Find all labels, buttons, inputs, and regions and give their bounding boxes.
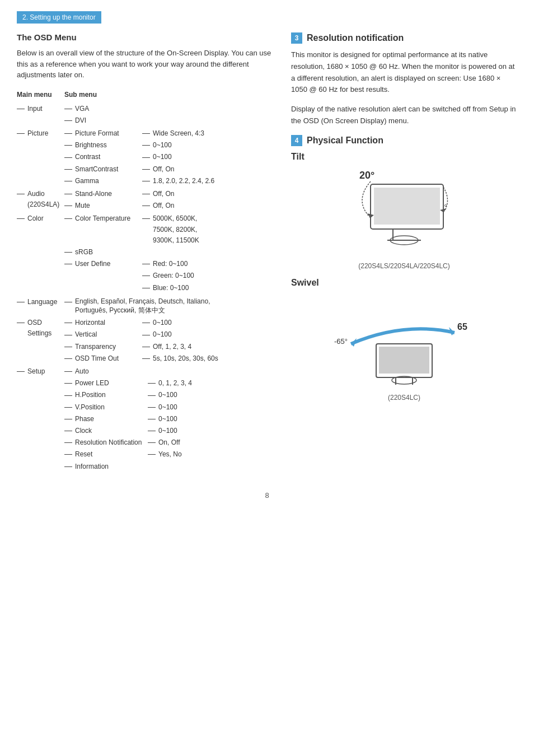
sub-user-define: User Define (75, 259, 142, 269)
tilt-title: Tilt (291, 152, 517, 162)
swivel-diagram: -65° 65 (331, 293, 477, 389)
menu-setup: Setup Auto Power LED 0, 1, 2, 3, 4 (17, 366, 274, 472)
val-osd-timeout: 5s, 10s, 20s, 30s, 60s (153, 353, 218, 364)
sub-vertical: Vertical (75, 329, 142, 340)
main-setup-label: Setup (27, 366, 45, 377)
menu-input: Input VGA DVI (17, 104, 274, 126)
svg-rect-14 (379, 347, 429, 374)
menu-osd-settings: OSD Settings Horizontal 0~100 Vertical 0… (17, 318, 274, 364)
main-audio-label: Audio(220S4LA) (27, 189, 59, 210)
menu-color: Color Color Temperature 5000K, 6500K, 75… (17, 213, 274, 294)
section-3-num: 3 (291, 32, 302, 44)
page-number: 8 (17, 491, 517, 500)
main-color-label: Color (27, 213, 44, 224)
val-power-led: 0, 1, 2, 3, 4 (158, 378, 192, 389)
sub-standalone: Stand-Alone (75, 189, 142, 199)
val-gamma: 1.8, 2.0, 2.2, 2.4, 2.6 (153, 176, 214, 186)
swivel-model: (220S4LC) (291, 394, 517, 402)
swivel-section: Swivel -65° 65 (291, 278, 517, 402)
val-standalone: Off, On (153, 189, 174, 199)
svg-text:20°: 20° (359, 170, 374, 181)
sub-transparency: Transparency (75, 342, 142, 352)
sub-contrast: Contrast (75, 152, 142, 162)
val-contrast: 0~100 (153, 152, 172, 162)
menu-audio: Audio(220S4LA) Stand-Alone Off, On Mute … (17, 189, 274, 211)
resolution-section-title: Resolution notification (307, 33, 404, 43)
header-sub: Sub menu (64, 90, 97, 100)
osd-menu-title: The OSD Menu (17, 32, 274, 42)
val-mute: Off, On (153, 200, 174, 211)
val-h-position: 0~100 (158, 390, 177, 400)
physical-section-header: 4 Physical Function (291, 135, 517, 146)
val-red: Red: 0~100 (153, 259, 188, 269)
val-reset: Yes, No (158, 449, 182, 460)
sub-information: Information (75, 461, 173, 472)
sub-language-options: English, Español, Français, Deutsch, Ita… (75, 297, 232, 316)
val-phase: 0~100 (158, 414, 177, 424)
resolution-para2: Display of the native resolution alert c… (291, 104, 517, 127)
main-osd-settings-label: OSD Settings (27, 318, 64, 339)
val-color-temp: 5000K, 6500K, 7500K, 8200K, 9300K, 11500… (153, 213, 220, 246)
sub-mute: Mute (75, 200, 142, 211)
val-smartcontrast: Off, On (153, 164, 174, 175)
sub-v-position: V.Position (75, 402, 148, 413)
osd-intro: Below is an overall view of the structur… (17, 48, 274, 81)
menu-language: Language English, Español, Français, Deu… (17, 297, 274, 316)
svg-text:-65°: -65° (334, 337, 348, 346)
main-language-label: Language (27, 297, 57, 307)
svg-text:65: 65 (457, 322, 467, 332)
val-horizontal: 0~100 (153, 318, 172, 328)
sub-auto: Auto (75, 366, 173, 377)
svg-rect-3 (374, 188, 440, 225)
sub-vga: VGA (75, 104, 89, 114)
val-brightness: 0~100 (153, 140, 172, 151)
resolution-section-header: 3 Resolution notification (291, 32, 517, 44)
tilt-section: Tilt 20° -5° (291, 152, 517, 270)
menu-picture: Picture Picture Format Wide Screen, 4:3 … (17, 128, 274, 186)
sub-resolution-notification: Resolution Notification (75, 437, 148, 448)
sub-smartcontrast: SmartContrast (75, 164, 142, 175)
val-resolution-notification: On, Off (158, 437, 180, 448)
val-clock: 0~100 (158, 426, 177, 436)
val-v-position: 0~100 (158, 402, 177, 413)
sub-osd-timeout: OSD Time Out (75, 353, 142, 364)
val-vertical: 0~100 (153, 329, 172, 340)
sub-picture-format: Picture Format (75, 128, 142, 139)
sub-h-position: H.Position (75, 390, 148, 400)
left-column: The OSD Menu Below is an overall view of… (17, 32, 274, 474)
val-picture-format: Wide Screen, 4:3 (153, 128, 204, 139)
sub-color-temp: Color Temperature (75, 213, 142, 224)
sub-horizontal: Horizontal (75, 318, 142, 328)
val-transparency: Off, 1, 2, 3, 4 (153, 342, 191, 352)
sub-clock: Clock (75, 426, 148, 436)
main-input-label: Input (27, 104, 43, 114)
sub-brightness: Brightness (75, 140, 142, 151)
sub-gamma: Gamma (75, 176, 142, 186)
sub-power-led: Power LED (75, 378, 148, 389)
right-column: 3 Resolution notification This monitor i… (291, 32, 517, 474)
val-green: Green: 0~100 (153, 270, 194, 281)
tilt-diagram: 20° -5° (343, 167, 466, 257)
sub-phase: Phase (75, 414, 148, 424)
page-header: 2. Setting up the monitor (17, 11, 101, 24)
physical-section-title: Physical Function (307, 136, 383, 146)
sub-reset: Reset (75, 449, 148, 460)
tilt-model: (220S4LS/220S4LA/220S4LC) (291, 262, 517, 270)
resolution-para1: This monitor is designed for optimal per… (291, 49, 517, 96)
osd-menu: Main menu Sub menu Input VGA DVI (17, 90, 274, 472)
swivel-title: Swivel (291, 278, 517, 288)
section-4-num: 4 (291, 135, 302, 146)
header-main: Main menu (17, 90, 64, 100)
val-blue: Blue: 0~100 (153, 283, 189, 293)
main-picture-label: Picture (27, 128, 48, 139)
sub-dvi: DVI (75, 115, 86, 126)
sub-srgb: sRGB (75, 247, 142, 258)
